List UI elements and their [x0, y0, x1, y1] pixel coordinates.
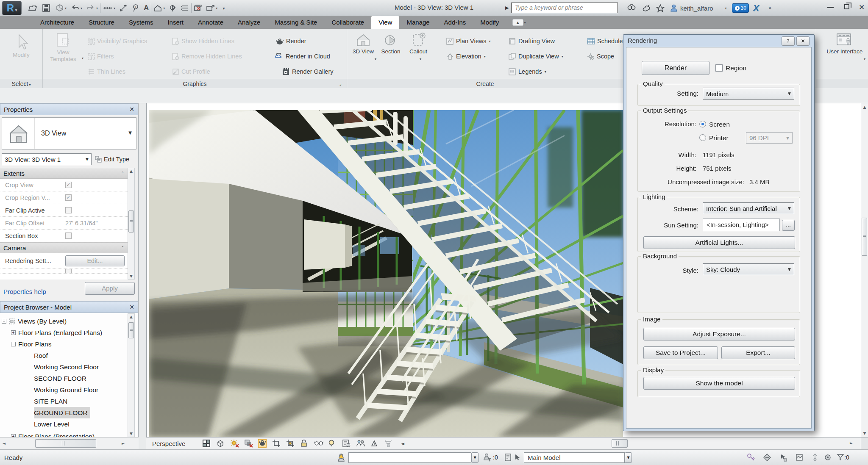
- tree-node-views[interactable]: −Views (By Level): [2, 316, 67, 327]
- plan-views-button[interactable]: Plan Views▾: [446, 37, 490, 45]
- switch-windows-icon[interactable]: [206, 4, 215, 12]
- prop-row-far-clip-offset[interactable]: Far Clip Offset27' 6 31/64": [0, 217, 128, 230]
- edit-type-button[interactable]: Edit Type: [95, 153, 136, 165]
- visual-style-icon[interactable]: [216, 439, 225, 448]
- resize-grip[interactable]: [861, 437, 868, 450]
- artificial-lights-button[interactable]: Artificial Lights...: [643, 236, 795, 249]
- project-browser-header[interactable]: Project Browser - Model✕: [0, 301, 138, 313]
- visibility-graphics-button[interactable]: Visibility/ Graphics: [88, 37, 147, 45]
- crop-view-checkbox[interactable]: ✓: [65, 182, 72, 188]
- dialog-help-button[interactable]: ?: [782, 36, 795, 46]
- close-hidden-windows-icon[interactable]: [194, 4, 203, 12]
- status-select-underlay-icon[interactable]: [824, 453, 832, 463]
- tree-node-floor-plans[interactable]: −Floor Plans: [11, 338, 51, 350]
- section-button[interactable]: Section: [378, 32, 403, 55]
- show-model-button[interactable]: Show the model: [643, 377, 795, 390]
- properties-scrollbar[interactable]: ▲ ▼: [128, 168, 135, 280]
- status-background-icon[interactable]: [795, 453, 804, 463]
- view-templates-button[interactable]: View Templates▾: [44, 32, 83, 63]
- prop-row-crop-view[interactable]: Crop View✓: [0, 179, 128, 191]
- region-checkbox[interactable]: [715, 64, 723, 72]
- tab-modify[interactable]: Modify: [473, 16, 506, 29]
- qat-overflow-icon[interactable]: ▾: [223, 6, 225, 11]
- thin-lines-button[interactable]: Thin Lines: [88, 67, 125, 76]
- quality-setting-select[interactable]: Medium▼: [703, 88, 794, 100]
- design-options-select[interactable]: Main Model: [524, 452, 625, 463]
- render-gallery-button[interactable]: Render Gallery: [282, 67, 334, 76]
- browser-hscrollbar[interactable]: ◄ ►: [0, 437, 139, 449]
- tree-leaf-roof[interactable]: Roof: [34, 350, 48, 361]
- section-icon[interactable]: [169, 4, 176, 12]
- temporary-hide-isolate-icon[interactable]: [314, 439, 323, 448]
- redo-icon[interactable]: [86, 4, 95, 12]
- panel-launcher-icon[interactable]: ⌟: [339, 79, 342, 89]
- user-interface-button[interactable]: User Interface▾: [826, 32, 864, 55]
- favorites-icon[interactable]: [656, 4, 665, 13]
- tag-icon[interactable]: 1: [132, 4, 139, 12]
- group-extents[interactable]: Extents⌃: [0, 168, 128, 179]
- remove-hidden-lines-button[interactable]: Remove Hidden Lines: [172, 52, 242, 61]
- duplicate-view-button[interactable]: Duplicate View▾: [509, 52, 563, 61]
- tree-node-floor-plans-presentation[interactable]: +Floor Plans (Presentation): [11, 431, 95, 437]
- status-exclude-icon[interactable]: [763, 453, 771, 463]
- browser-hscroll-right-icon[interactable]: ►: [122, 441, 125, 446]
- cut-profile-button[interactable]: Cut Profile: [172, 67, 210, 76]
- far-clip-active-checkbox[interactable]: [65, 207, 72, 213]
- elevation-button[interactable]: Elevation▾: [446, 52, 486, 61]
- worksets-icon[interactable]: [337, 453, 345, 463]
- toolbar-overflow-icon[interactable]: »: [768, 5, 771, 11]
- panel-label-select[interactable]: Select▾: [0, 79, 42, 88]
- browser-hscroll-left-icon[interactable]: ◄: [3, 441, 6, 446]
- filters-button[interactable]: Filters: [88, 52, 114, 61]
- default-3d-view-icon[interactable]: [153, 4, 162, 12]
- project-browser-close-icon[interactable]: ✕: [129, 304, 134, 310]
- reveal-constraints-icon[interactable]: [384, 439, 392, 448]
- save-icon[interactable]: [42, 4, 50, 12]
- sun-path-icon[interactable]: [230, 439, 239, 448]
- active-workset-select[interactable]: [348, 452, 471, 463]
- close-button[interactable]: ✕: [859, 3, 865, 11]
- canvas-hscroll-right-icon[interactable]: ►: [850, 441, 853, 445]
- crop-region-checkbox[interactable]: ✓: [65, 194, 72, 201]
- tab-addins[interactable]: Add-Ins: [437, 16, 473, 29]
- type-selector[interactable]: 3D View ▼: [2, 117, 136, 149]
- tree-leaf-lower-level[interactable]: Lower Level: [34, 418, 70, 430]
- undo-icon[interactable]: [70, 4, 80, 12]
- tree-node-floor-plans-enlarged[interactable]: +Floor Plans (Enlarged Plans): [11, 327, 102, 338]
- tab-annotate[interactable]: Annotate: [191, 16, 231, 29]
- exchange-apps-icon[interactable]: X: [753, 3, 759, 13]
- tree-leaf-working-ground-floor[interactable]: Working Ground Floor: [34, 384, 98, 396]
- drafting-view-button[interactable]: Drafting View: [509, 37, 555, 45]
- tree-leaf-second-floor[interactable]: SECOND FLOOR: [34, 373, 86, 384]
- prop-row-far-clip-active[interactable]: Far Clip Active: [0, 204, 128, 217]
- selection-filter-icon[interactable]: [837, 453, 844, 463]
- thin-lines-icon[interactable]: [181, 5, 189, 11]
- open-icon[interactable]: [28, 4, 37, 12]
- restore-button[interactable]: [844, 4, 849, 9]
- search-expand-icon[interactable]: ▶: [505, 5, 509, 11]
- tab-analyze[interactable]: Analyze: [231, 16, 267, 29]
- shadows-icon[interactable]: [244, 439, 253, 448]
- editable-only-filter-icon[interactable]: [483, 453, 492, 463]
- tree-leaf-working-second-floor[interactable]: Working Second Floor: [34, 361, 99, 373]
- search-icon[interactable]: [626, 4, 637, 12]
- sun-setting-field[interactable]: <In-session, Lighting>: [703, 219, 780, 231]
- tab-view[interactable]: View: [371, 16, 399, 29]
- lock-3d-view-icon[interactable]: [300, 439, 309, 448]
- design-option-pick-icon[interactable]: [514, 453, 521, 463]
- scope-box-button[interactable]: Scope: [587, 52, 614, 61]
- apply-button[interactable]: Apply: [85, 282, 135, 295]
- legends-button[interactable]: Legends▾: [509, 67, 546, 76]
- dialog-close-button[interactable]: ✕: [796, 36, 810, 46]
- instance-selector[interactable]: 3D View: 3D View 1▼: [2, 153, 92, 165]
- export-button[interactable]: Export...: [721, 346, 795, 359]
- scale-icon[interactable]: [202, 439, 211, 448]
- sync-icon[interactable]: [56, 4, 64, 12]
- workset-dropdown-arrow[interactable]: ▼: [471, 452, 479, 463]
- schedules-button[interactable]: Schedules: [587, 37, 623, 45]
- reveal-hidden-elements-icon[interactable]: [328, 439, 337, 448]
- minimize-button[interactable]: [827, 7, 834, 8]
- resolution-screen-radio[interactable]: [699, 121, 706, 127]
- communication-badge[interactable]: 30: [732, 3, 749, 13]
- status-select-pinned-icon[interactable]: [811, 453, 819, 463]
